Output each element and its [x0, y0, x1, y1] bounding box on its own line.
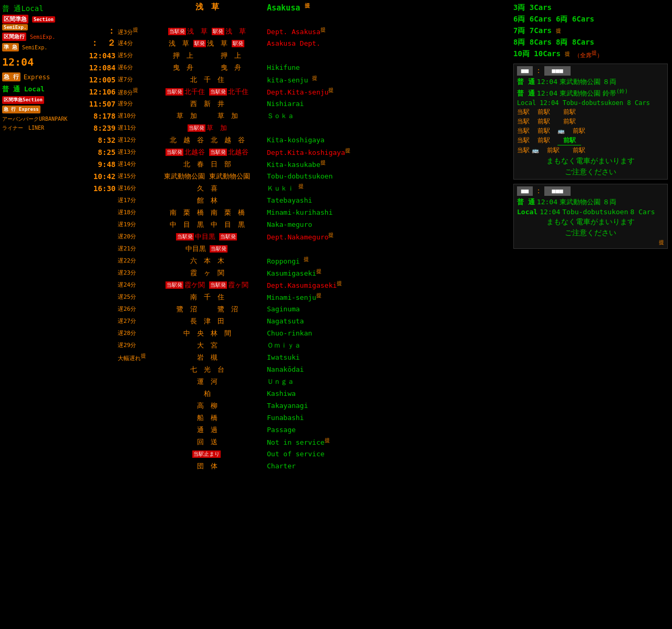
tt-jp-27: 大 宮: [149, 341, 265, 350]
plat1-type1: 普 通: [517, 77, 535, 87]
dir1b-label: 当駅: [517, 117, 530, 126]
tt-en-8: Ｓｏｋａ: [265, 111, 507, 121]
tt-en-5: kita-senju 提: [265, 75, 507, 84]
cars-row-8: 8両 8Cars 8両 8Cars: [513, 38, 668, 47]
dep-badge-2: 駅発: [193, 40, 206, 47]
tt-jp-22: 当駅発霞ケ関 当駅発霞ヶ関: [149, 280, 265, 290]
tt-time-9: 8:239: [84, 124, 118, 132]
express-badge: 急 行: [2, 72, 20, 81]
legend-urbanpark: アーバンパークURBANPARK ライナー LINER: [2, 116, 79, 132]
tt-time-5: 12:005: [84, 76, 118, 84]
tt-en-24: Saginuma: [265, 305, 507, 313]
tt-row-33: 船 橋 Funabashi: [84, 412, 507, 424]
plat2-time1: 12:04: [537, 198, 557, 206]
tt-row-3: 12:043 遅5分 押 上 押 上: [84, 49, 507, 61]
dep-badge-18b: 当駅発: [219, 233, 237, 240]
cars-row-10: 10両 10Cars提 （全席提）: [513, 49, 668, 59]
cars-10-hint: 提: [565, 50, 570, 58]
plat2-announcement: まもなく電車がまいります: [517, 217, 664, 227]
dep-badge-19: 当駅発: [210, 245, 228, 253]
dir1e-prev: 前駅: [541, 146, 565, 155]
plat2-dest2: Tobu-dobutsukoen: [562, 208, 628, 216]
tt-row-14: 16:30 遅16分 久 喜 Ｋｕｋｉ 提: [84, 182, 507, 194]
tt-jp-3: 押 上 押 上: [149, 51, 265, 60]
tt-delay-25: 遅27分: [118, 317, 149, 325]
junkyuko-badge: 準 急: [2, 43, 19, 51]
tt-time-11: 8:25: [84, 148, 118, 156]
plat2-train1: 普 通 12:04 東武動物公園 ８両: [517, 197, 664, 207]
tt-row-7: 11:507 遅9分 西 新 井 Nishiarai: [84, 98, 507, 110]
tt-row-15: 遅17分 館 林 Tatebayashi: [84, 194, 507, 206]
plat2-caution: ご注意ください: [517, 228, 664, 238]
tt-jp-13: 東武動物公園 東武動物公園: [149, 172, 265, 181]
tt-jp-37: 団 体: [149, 462, 265, 471]
tt-delay-13: 遅15分: [118, 172, 149, 180]
right-panel: 3両 3Cars 6両 6Cars 6両 6Cars 7両 7Cars提 8両 …: [509, 0, 672, 629]
tt-delay-27: 遅29分: [118, 341, 149, 349]
tt-en-1: Dept. Asakusa提: [265, 26, 507, 36]
plat2-type1: 普 通: [517, 197, 535, 207]
tt-en-27: Ｏｍｉｙａ: [265, 341, 507, 350]
plat1-num: ■■: [517, 66, 533, 76]
legend-section: 区間準急 Section: [2, 15, 79, 24]
tt-row-20: 遅22分 六 本 木 Roppongi 提: [84, 255, 507, 267]
plat1-dest2: 東武動物公園: [560, 89, 601, 98]
tt-jp-16: 南 栗 橋 南 栗 橋: [149, 208, 265, 217]
tt-row-13: 10:42 遅15分 東武動物公園 東武動物公園 Tobu-dobutsukoe…: [84, 170, 507, 182]
plat1-dest1: 東武動物公園: [560, 77, 601, 87]
dep-badge-22b: 当駅発: [209, 281, 227, 289]
tt-row-19: 遅21分 中目黒 当駅発: [84, 243, 507, 255]
dir1d-curr: 前駅: [557, 136, 581, 145]
tt-row-9: 8:239 遅11分 当駅発草 加: [84, 122, 507, 134]
section-en-badge: Section: [32, 16, 55, 23]
dep-badge-2b: 駅発: [232, 40, 244, 47]
tt-row-25: 遅27分 長 津 田 Nagatsuta: [84, 315, 507, 327]
plat2-time: ■■■: [544, 186, 571, 196]
plat1-time2: 12:04: [537, 89, 557, 97]
tt-delay-4: 遅6分: [118, 64, 149, 71]
tt-delay-28: 大幅遅れ提: [118, 352, 149, 362]
tt-jp-34: 通 過: [149, 425, 265, 435]
plat1-cars2: 鈴帯(鈴): [603, 88, 628, 98]
tt-delay-1: 遅3分提: [118, 26, 149, 36]
legend-express: 急 行 Express: [2, 72, 79, 81]
plat2-train2: Local 12:04 Tobu-dobutsukoen 8 Cars: [517, 208, 664, 216]
header-row: 浅 草 Asakusa 提: [84, 1, 507, 13]
plat1-dirs: 当駅 前駅 前駅 当駅 前駅 前駅 当駅 前駅 🚌 前駅 当駅 前駅: [517, 108, 664, 155]
tt-en-15: Tatebayashi: [265, 196, 507, 204]
dir1c-label: 当駅: [517, 127, 530, 135]
tt-jp-19: 中目黒 当駅発: [149, 244, 265, 254]
tt-row-5: 12:005 遅7分 北 千 住 kita-senju 提: [84, 74, 507, 86]
tt-row-32: 高 柳 Takayanagi: [84, 400, 507, 412]
tt-jp-33: 船 橋: [149, 413, 265, 423]
tt-en-29: Nanakōdai: [265, 365, 507, 373]
plat1-header: ■■ ： ■■■: [517, 66, 664, 76]
tt-en-30: Ｕｎｇａ: [265, 377, 507, 386]
tt-en-7: Nishiarai: [265, 100, 507, 108]
tt-jp-31: 柏: [149, 389, 265, 399]
tt-time-6: 12:106: [84, 88, 118, 96]
tt-jp-36: 当駅止まり: [149, 450, 265, 458]
dir-row-1b: 当駅 前駅 前駅: [517, 117, 664, 126]
legend-panel: 普 通Local 区間準急 Section SemiExp. 区間急行 Semi…: [0, 0, 81, 629]
cars-row-6: 6両 6Cars 6両 6Cars: [513, 15, 668, 24]
tt-en-36: Out of service: [265, 450, 507, 458]
kukan-badge: 区間急行: [2, 33, 26, 41]
tt-row-29: 七 光 台 Nanakōdai: [84, 363, 507, 375]
dep-badge-6a: 当駅発: [166, 88, 183, 96]
cars-6b: 6両 6Cars: [556, 15, 594, 24]
dir1e-label: 当駅: [517, 146, 530, 155]
tt-delay-17: 遅19分: [118, 221, 149, 228]
dep-badge-1: 当駅発: [168, 28, 186, 35]
legend-junkyuko: 準 急 SemiExp.: [2, 43, 79, 51]
plat1-train1: 普 通 12:04 東武動物公園 ８両: [517, 77, 664, 87]
tt-delay-19: 遅21分: [118, 245, 149, 253]
tt-jp-10: 北 越 谷 北 越 谷: [149, 135, 265, 145]
dir1d-prev: 前駅: [532, 136, 555, 145]
tt-row-16: 遅18分 南 栗 橋 南 栗 橋 Minami-kurihashi: [84, 206, 507, 218]
tt-row-12: 9:48 遅14分 北 春 日 部 Kita-kasukabe提: [84, 158, 507, 170]
tt-en-31: Kashiwa: [265, 390, 507, 397]
tt-delay-7: 遅9分: [118, 100, 149, 108]
dep-badge-11b: 当駅発: [209, 149, 227, 156]
tt-en-11: Dept.Kita-koshigaya提: [265, 147, 507, 156]
